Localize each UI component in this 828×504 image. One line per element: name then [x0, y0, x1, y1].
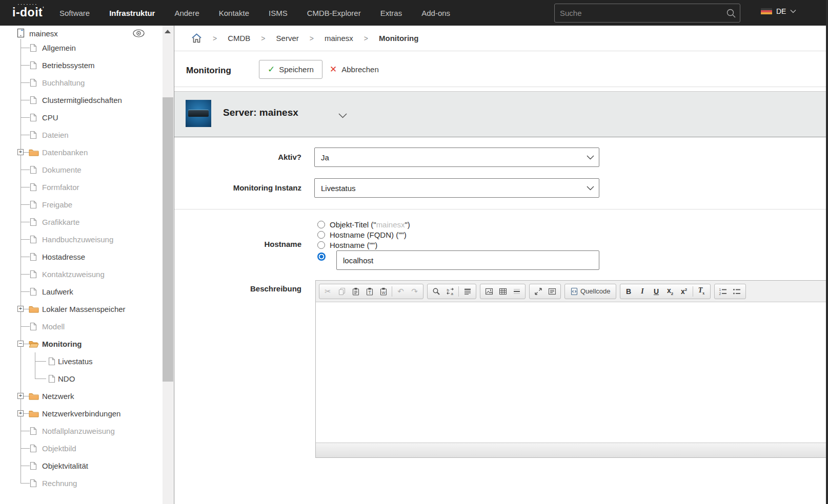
- radio-custom-hostname[interactable]: [317, 253, 326, 261]
- nav-kontakte[interactable]: Kontakte: [219, 9, 249, 17]
- sidebar-item-cpu[interactable]: CPU: [0, 109, 163, 126]
- object-header-chevron-icon[interactable]: [338, 111, 347, 120]
- image-button[interactable]: [482, 285, 496, 298]
- logo-dots: ·······: [17, 1, 38, 7]
- document-icon: [30, 270, 37, 279]
- collapse-toggle[interactable]: −: [17, 341, 24, 347]
- main-content: >CMDB>Server>mainesx>Monitoring Monitori…: [174, 26, 828, 504]
- cancel-button[interactable]: ✕ Abbrechen: [325, 60, 384, 79]
- radio-objekt-titel[interactable]: [317, 221, 325, 228]
- sidebar-item-grafikkarte[interactable]: Grafikkarte: [0, 213, 163, 230]
- sidebar-item-allgemein[interactable]: Allgemein: [0, 39, 163, 56]
- expand-toggle[interactable]: +: [17, 149, 24, 155]
- nav-andere[interactable]: Andere: [174, 9, 199, 17]
- monitoring-instanz-select[interactable]: Livestatus: [314, 178, 599, 198]
- sidebar-item-objektvitalitat[interactable]: Objektvitalität: [0, 457, 163, 474]
- sidebar-item-notfallplanzuweisung[interactable]: Notfallplanzuweisung: [0, 422, 163, 439]
- language-selector[interactable]: DE: [761, 7, 796, 15]
- editor-content[interactable]: [316, 302, 828, 443]
- sidebar-item-rechnung[interactable]: Rechnung: [0, 474, 163, 492]
- window-scrollbar[interactable]: [826, 0, 828, 504]
- idoit-logo[interactable]: ·······i-doit': [12, 6, 44, 19]
- cut-button: ✂: [321, 285, 335, 298]
- search-icon[interactable]: [722, 8, 740, 18]
- document-icon: [30, 44, 37, 52]
- search-input[interactable]: [555, 9, 722, 17]
- sidebar-item-netzwerk[interactable]: +Netzwerk: [0, 387, 163, 405]
- nav-add-ons[interactable]: Add-ons: [421, 9, 450, 17]
- bold-button[interactable]: B: [622, 285, 636, 298]
- sidebar-item-betriebssystem[interactable]: Betriebssystem: [0, 56, 163, 74]
- sidebar-item-livestatus[interactable]: Livestatus: [0, 352, 163, 370]
- nav-cmdb-explorer[interactable]: CMDB-Explorer: [307, 9, 361, 17]
- source-button[interactable]: Quellcode: [567, 285, 614, 298]
- sidebar-item-freigabe[interactable]: Freigabe: [0, 196, 163, 213]
- paste-word-button[interactable]: W: [376, 285, 390, 298]
- subscript-button[interactable]: x2: [663, 285, 677, 298]
- sidebar-item-modell[interactable]: Modell: [0, 318, 163, 335]
- paste-button[interactable]: [349, 285, 362, 298]
- global-search[interactable]: [554, 4, 740, 23]
- numbered-list-button[interactable]: 12: [716, 285, 730, 298]
- remove-format-icon: Tx: [698, 287, 705, 296]
- sidebar-item-objektbild[interactable]: Objektbild: [0, 439, 163, 457]
- underline-button[interactable]: U: [650, 285, 663, 298]
- sidebar-item-netzwerkverbindungen[interactable]: +Netzwerkverbindungen: [0, 405, 163, 422]
- server-thumbnail: [186, 100, 211, 127]
- sidebar-item-laufwerk[interactable]: Laufwerk: [0, 283, 163, 300]
- sidebar-item-hostadresse[interactable]: Hostadresse: [0, 248, 163, 265]
- nav-isms[interactable]: ISMS: [269, 9, 288, 17]
- show-blocks-button[interactable]: [545, 285, 559, 298]
- expand-toggle[interactable]: +: [17, 410, 24, 416]
- superscript-button[interactable]: x2: [677, 285, 691, 298]
- find-button[interactable]: [429, 285, 443, 298]
- sidebar-item-dateien[interactable]: Dateien: [0, 126, 163, 143]
- bullet-list-button[interactable]: [730, 285, 744, 298]
- breadcrumb-cmdb[interactable]: CMDB: [228, 34, 250, 43]
- custom-hostname-input[interactable]: [336, 250, 599, 270]
- sidebar-item-ndo[interactable]: NDO: [0, 370, 163, 387]
- sidebar-item-buchhaltung[interactable]: Buchhaltung: [0, 74, 163, 91]
- nav-infrastruktur[interactable]: Infrastruktur: [109, 9, 155, 17]
- radio-hostname-fqdn[interactable]: [317, 231, 325, 239]
- sidebar-item-handbuchzuweisung[interactable]: Handbuchzuweisung: [0, 230, 163, 248]
- sidebar-root-object[interactable]: mainesx: [0, 27, 154, 39]
- radio-hostname[interactable]: [317, 241, 325, 249]
- sidebar-item-kontaktzuweisung[interactable]: Kontaktzuweisung: [0, 265, 163, 283]
- italic-icon: I: [641, 288, 643, 295]
- table-button[interactable]: [496, 285, 510, 298]
- hostname-option-custom: [317, 251, 326, 262]
- save-button[interactable]: ✓ Speichern: [259, 60, 322, 79]
- visibility-eye-icon[interactable]: [133, 29, 145, 39]
- sidebar-item-lokaler-massenspeicher[interactable]: +Lokaler Massenspeicher: [0, 300, 163, 318]
- german-flag-icon: [761, 8, 772, 15]
- paste-icon: [352, 287, 360, 296]
- scroll-up-arrow[interactable]: [165, 30, 171, 33]
- paste-text-button[interactable]: T: [362, 285, 376, 298]
- remove-format-button[interactable]: Tx: [695, 285, 709, 298]
- sidebar-item-monitoring[interactable]: −Monitoring: [0, 335, 163, 352]
- redo-button: ↷: [408, 285, 421, 298]
- sidebar-scrollbar[interactable]: [163, 26, 173, 504]
- horizontal-rule-button[interactable]: [510, 285, 523, 298]
- breadcrumb-mainesx[interactable]: mainesx: [325, 34, 353, 43]
- italic-button[interactable]: I: [636, 285, 650, 298]
- sidebar-item-clustermitgliedschaften[interactable]: Clustermitgliedschaften: [0, 91, 163, 109]
- nav-extras[interactable]: Extras: [380, 9, 402, 17]
- expand-toggle[interactable]: +: [17, 306, 24, 312]
- breadcrumb-monitoring[interactable]: Monitoring: [379, 34, 418, 43]
- scrollbar-thumb[interactable]: [163, 97, 173, 382]
- home-icon[interactable]: [191, 33, 202, 44]
- sidebar-item-dokumente[interactable]: Dokumente: [0, 161, 163, 178]
- maximize-button[interactable]: [531, 285, 545, 298]
- expand-toggle[interactable]: +: [17, 393, 24, 399]
- sidebar-item-datenbanken[interactable]: +Datenbanken: [0, 143, 163, 161]
- breadcrumb-server[interactable]: Server: [276, 34, 299, 43]
- tree-connector: [21, 291, 30, 292]
- aktiv-select[interactable]: Ja: [314, 148, 599, 167]
- replace-button[interactable]: ba: [443, 285, 457, 298]
- select-all-button[interactable]: [460, 285, 474, 298]
- tree-connector: [21, 65, 30, 66]
- sidebar-item-formfaktor[interactable]: Formfaktor: [0, 178, 163, 196]
- nav-software[interactable]: Software: [59, 9, 90, 17]
